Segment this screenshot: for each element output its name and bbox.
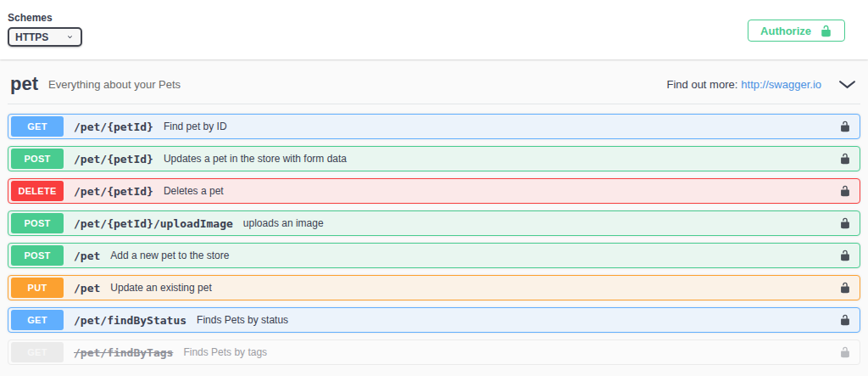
method-badge: POST	[11, 213, 64, 233]
tag-external-docs: Find out more: http://swagger.io	[667, 74, 859, 95]
swagger-io-link[interactable]: http://swagger.io	[741, 78, 821, 91]
method-badge: PUT	[11, 278, 64, 298]
operation-summary: Find pet by ID	[164, 121, 227, 132]
authorize-button[interactable]: Authorize	[748, 20, 845, 42]
operation-row-get-findbytags-deprecated[interactable]: GET /pet/findByTags Finds Pets by tags	[8, 340, 860, 365]
operation-summary: Finds Pets by tags	[183, 346, 267, 358]
operation-summary: Finds Pets by status	[197, 314, 288, 326]
operation-path: /pet/{petId}	[74, 153, 153, 166]
auth-lock-button[interactable]	[836, 278, 854, 297]
scheme-container: Schemes HTTPS Authorize	[0, 0, 868, 59]
auth-lock-button[interactable]	[836, 149, 854, 168]
pet-tag-header[interactable]: pet Everything about your Pets Find out …	[8, 59, 860, 104]
operation-summary: uploads an image	[243, 217, 324, 229]
unlocked-padlock-icon	[839, 250, 851, 261]
unlocked-padlock-icon	[820, 25, 832, 37]
auth-lock-button[interactable]	[836, 343, 854, 362]
operation-path: /pet/{petId}	[74, 121, 153, 133]
chevron-down-icon	[65, 32, 75, 42]
operation-row-post-pet[interactable]: POST /pet Add a new pet to the store	[8, 243, 860, 268]
method-badge: POST	[11, 149, 64, 169]
operation-path: /pet	[74, 250, 100, 262]
pet-section: pet Everything about your Pets Find out …	[0, 59, 868, 365]
schemes-label: Schemes	[8, 12, 82, 24]
method-badge: GET	[11, 342, 64, 362]
operation-row-put-pet[interactable]: PUT /pet Update an existing pet	[8, 275, 860, 300]
auth-lock-button[interactable]	[836, 311, 854, 329]
operation-path: /pet/findByTags	[74, 346, 173, 359]
operation-summary: Add a new pet to the store	[110, 250, 229, 261]
tag-description: Everything about your Pets	[48, 78, 181, 91]
unlocked-padlock-icon	[839, 314, 851, 326]
scheme-selected-value: HTTPS	[15, 31, 48, 43]
operation-row-get-findbystatus[interactable]: GET /pet/findByStatus Finds Pets by stat…	[8, 307, 860, 333]
unlocked-padlock-icon	[839, 282, 851, 294]
collapse-section-button[interactable]	[837, 74, 858, 95]
operation-row-get-pet-petid[interactable]: GET /pet/{petId} Find pet by ID	[8, 114, 860, 139]
operation-row-post-uploadimage[interactable]: POST /pet/{petId}/uploadImage uploads an…	[8, 210, 860, 236]
scheme-select[interactable]: HTTPS	[8, 27, 82, 47]
unlocked-padlock-icon	[839, 121, 851, 132]
operation-path: /pet/{petId}/uploadImage	[74, 217, 233, 230]
unlocked-padlock-icon	[839, 217, 851, 229]
auth-lock-button[interactable]	[836, 246, 854, 265]
unlocked-padlock-icon	[839, 346, 851, 358]
authorize-label: Authorize	[760, 25, 811, 37]
operation-path: /pet/findByStatus	[74, 314, 186, 327]
tag-title: pet	[10, 73, 38, 95]
operation-row-delete-pet-petid[interactable]: DELETE /pet/{petId} Deletes a pet	[8, 178, 860, 204]
method-badge: POST	[11, 245, 64, 266]
unlocked-padlock-icon	[839, 185, 851, 197]
auth-lock-button[interactable]	[836, 214, 854, 233]
auth-lock-button[interactable]	[836, 182, 854, 200]
find-out-more-label: Find out more:	[667, 78, 738, 91]
unlocked-padlock-icon	[839, 153, 851, 165]
operation-path: /pet/{petId}	[74, 185, 153, 198]
operation-summary: Deletes a pet	[164, 185, 224, 197]
operation-row-post-pet-petid[interactable]: POST /pet/{petId} Updates a pet in the s…	[8, 146, 860, 171]
auth-lock-button[interactable]	[836, 117, 854, 136]
method-badge: DELETE	[11, 181, 64, 201]
operation-path: /pet	[74, 282, 100, 295]
method-badge: GET	[11, 310, 64, 330]
operations-list: GET /pet/{petId} Find pet by ID POST /pe…	[8, 104, 860, 365]
chevron-down-icon	[838, 76, 856, 93]
operation-summary: Updates a pet in the store with form dat…	[164, 153, 347, 165]
schemes-group: Schemes HTTPS	[8, 12, 82, 47]
method-badge: GET	[11, 116, 64, 137]
operation-summary: Update an existing pet	[110, 282, 211, 294]
